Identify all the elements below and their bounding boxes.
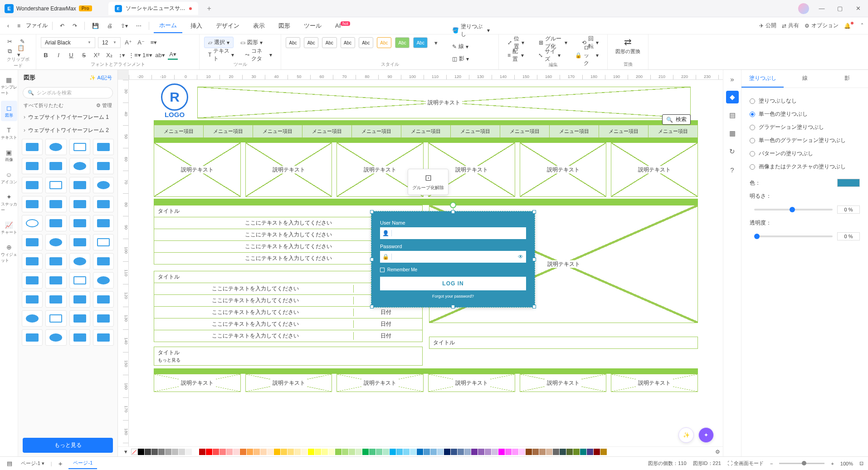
- tab-ai[interactable]: AIhot: [330, 20, 356, 32]
- shape-thumb[interactable]: [93, 310, 114, 327]
- maximize-button[interactable]: ▢: [834, 3, 845, 14]
- wire-menu-item[interactable]: メニュー項目: [154, 125, 203, 137]
- strip-shapes[interactable]: ◻図形: [1, 101, 17, 121]
- zoom-slider[interactable]: [779, 463, 824, 464]
- rp-tab-fill[interactable]: 塗りつぶし: [741, 70, 784, 88]
- wire-text-date-row[interactable]: ここにテキストを入力してください日付: [154, 307, 423, 318]
- ai-fab-2[interactable]: ✦: [698, 427, 714, 443]
- shape-thumb[interactable]: [69, 234, 90, 250]
- color-swatch-item[interactable]: [417, 449, 423, 455]
- ungroup-popup[interactable]: ⊡ グループ化解除: [408, 169, 449, 195]
- color-swatch-item[interactable]: [600, 449, 607, 455]
- color-swatch-item[interactable]: [274, 449, 280, 455]
- zoom-out[interactable]: −: [770, 461, 773, 466]
- rp-tab-line[interactable]: 線: [784, 70, 826, 88]
- strip-chart[interactable]: 📈チャート: [1, 218, 17, 238]
- fit-button[interactable]: ⊡: [859, 460, 863, 466]
- color-swatch-item[interactable]: [437, 449, 444, 455]
- eye-icon[interactable]: 👁: [518, 254, 523, 260]
- line-height-icon[interactable]: ↕▾: [117, 50, 127, 60]
- fill-texture[interactable]: 画像またはテクスチャの塗りつぶし: [750, 160, 860, 173]
- case-icon[interactable]: ab▾: [155, 50, 165, 60]
- print-button[interactable]: 🖨: [104, 21, 115, 31]
- add-tab-button[interactable]: +: [207, 5, 211, 13]
- shape-thumb[interactable]: [22, 215, 43, 231]
- shape-thumb[interactable]: [45, 272, 66, 289]
- style-swatch-4[interactable]: Abc: [341, 37, 355, 48]
- numbering-icon[interactable]: 1≡▾: [142, 50, 152, 60]
- file-menu[interactable]: ファイル: [26, 22, 48, 29]
- fill-none[interactable]: 塗りつぶしなし: [750, 94, 860, 108]
- strip-image[interactable]: ▣画像: [1, 145, 17, 166]
- sel-handle-ne[interactable]: [532, 210, 536, 214]
- color-swatch-item[interactable]: [512, 449, 518, 455]
- color-swatch-item[interactable]: [410, 449, 416, 455]
- wire-menu-item[interactable]: メニュー項目: [401, 125, 450, 137]
- color-swatch-item[interactable]: [315, 449, 321, 455]
- color-swatch-item[interactable]: [362, 449, 369, 455]
- wire-title-3[interactable]: タイトルもっと見る: [154, 347, 423, 366]
- color-swatch-item[interactable]: [192, 449, 199, 455]
- shape-thumb[interactable]: [69, 139, 90, 155]
- wire-image-box[interactable]: 説明テキスト: [428, 374, 515, 392]
- wire-menu-item[interactable]: メニュー項目: [500, 125, 549, 137]
- color-swatch-item[interactable]: [219, 449, 226, 455]
- color-swatch[interactable]: [837, 179, 860, 187]
- color-swatch-item[interactable]: [138, 449, 144, 455]
- color-swatch-item[interactable]: [444, 449, 450, 455]
- color-swatch-item[interactable]: [281, 449, 287, 455]
- color-swatch-item[interactable]: [403, 449, 410, 455]
- line-dropdown[interactable]: ✎ 線 ▾: [448, 41, 494, 52]
- expand-right-icon[interactable]: »: [726, 73, 739, 85]
- back-button[interactable]: ‹: [5, 21, 12, 31]
- shape-thumb[interactable]: [45, 215, 66, 231]
- publish-button[interactable]: ✈ 公開: [759, 22, 776, 29]
- shape-thumb[interactable]: [22, 272, 43, 289]
- align-icon[interactable]: ≡▾: [149, 38, 159, 48]
- color-swatch-item[interactable]: [369, 449, 375, 455]
- wire-menu-item[interactable]: メニュー項目: [351, 125, 401, 137]
- style-swatch-5[interactable]: Abc: [359, 37, 373, 48]
- color-swatch-item[interactable]: [451, 449, 457, 455]
- forgot-link[interactable]: Forgot your password?: [380, 294, 526, 299]
- style-gallery-more[interactable]: ▾: [431, 38, 441, 48]
- color-swatch-item[interactable]: [376, 449, 382, 455]
- color-swatch-item[interactable]: [526, 449, 532, 455]
- fill-pattern[interactable]: パターンの塗りつぶし: [750, 147, 860, 160]
- fill-dropdown[interactable]: 🪣 塗りつぶし ▾: [448, 21, 494, 40]
- style-swatch-2[interactable]: Abc: [304, 37, 318, 48]
- shape-thumb[interactable]: [93, 291, 114, 308]
- shape-thumb[interactable]: [45, 234, 66, 250]
- style-swatch-1[interactable]: Abc: [286, 37, 300, 48]
- underline-icon[interactable]: U: [66, 50, 76, 60]
- color-swatch-item[interactable]: [560, 449, 566, 455]
- strip-sticker[interactable]: ✦ステッカー: [1, 190, 17, 216]
- sel-handle-se[interactable]: [532, 305, 536, 308]
- shape-thumb[interactable]: [93, 196, 114, 212]
- wire-image-box[interactable]: 説明テキスト: [520, 142, 607, 197]
- color-swatch-item[interactable]: [254, 449, 260, 455]
- wire-menu[interactable]: メニュー項目メニュー項目メニュー項目メニュー項目メニュー項目メニュー項目メニュー…: [154, 125, 698, 138]
- superscript-icon[interactable]: X²: [92, 50, 102, 60]
- share-button[interactable]: ⇄ 共有: [782, 22, 799, 29]
- copy-icon[interactable]: ⧉: [5, 46, 15, 56]
- save-button[interactable]: 💾: [89, 21, 102, 31]
- color-swatch-item[interactable]: [383, 449, 389, 455]
- tab-view[interactable]: 表示: [248, 19, 270, 33]
- logo-shape[interactable]: R: [161, 83, 188, 111]
- brightness-slider[interactable]: [754, 209, 833, 211]
- cut-icon[interactable]: ✂: [5, 36, 15, 46]
- add-page-button[interactable]: +: [59, 460, 63, 467]
- notifications-button[interactable]: 🔔: [844, 23, 855, 29]
- shape-thumb[interactable]: [69, 215, 90, 231]
- no-fill-swatch[interactable]: [131, 449, 137, 455]
- login-button[interactable]: LOG IN: [380, 277, 526, 290]
- sel-handle-s[interactable]: [451, 305, 455, 308]
- rs-page[interactable]: ▤: [726, 109, 739, 122]
- color-swatch-item[interactable]: [546, 449, 552, 455]
- style-swatch-6[interactable]: Abc: [377, 37, 391, 48]
- wire-menu-item[interactable]: メニュー項目: [549, 125, 599, 137]
- color-swatch-item[interactable]: [464, 449, 471, 455]
- shape-thumb[interactable]: [45, 253, 66, 269]
- shape-thumb[interactable]: [69, 177, 90, 193]
